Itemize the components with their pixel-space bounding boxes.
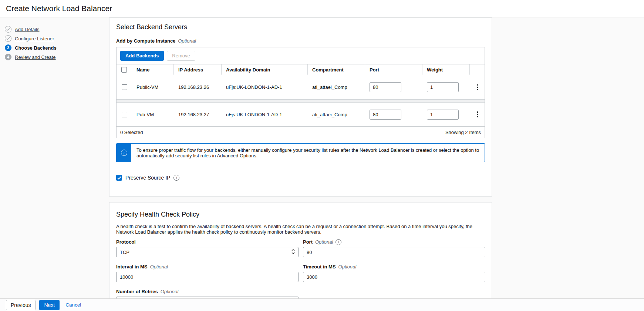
- kebab-menu-icon[interactable]: [475, 110, 479, 119]
- health-check-policy-card: Specify Health Check Policy A health che…: [109, 202, 492, 298]
- kebab-menu-icon[interactable]: [475, 83, 479, 92]
- page-header: Create Network Load Balancer: [0, 0, 644, 17]
- optional-label: Optional: [315, 239, 333, 245]
- column-header-port: Port: [365, 64, 422, 75]
- protocol-field: Protocol TCP: [116, 240, 299, 257]
- table-body: Public-VM 192.168.23.26 uFjs:UK-LONDON-1…: [117, 75, 485, 127]
- timeout-input[interactable]: [303, 272, 485, 282]
- preserve-source-ip-checkbox[interactable]: [116, 175, 122, 181]
- info-banner-icon: i: [121, 150, 127, 156]
- protocol-select[interactable]: TCP: [116, 247, 299, 257]
- section-title: Select Backend Servers: [116, 23, 484, 31]
- cell-ip: 192.168.23.26: [174, 84, 222, 90]
- step-add-details[interactable]: Add Details: [5, 26, 103, 33]
- step-review-and-create[interactable]: 4 Review and Create: [5, 53, 103, 61]
- add-by-label: Add by Compute Instance: [116, 38, 175, 44]
- select-backend-servers-card: Select Backend Servers Add by Compute In…: [109, 17, 492, 197]
- page-title: Create Network Load Balancer: [6, 4, 112, 13]
- step-label[interactable]: Review and Create: [15, 54, 56, 60]
- column-header-compartment: Compartment: [308, 64, 365, 75]
- next-button[interactable]: Next: [39, 300, 60, 310]
- optional-label: Optional: [161, 289, 178, 294]
- info-icon[interactable]: i: [173, 175, 179, 181]
- column-header-ad: Availability Domain: [222, 64, 308, 75]
- info-banner-text: To ensure proper traffic flow for your b…: [136, 147, 479, 158]
- cell-name: Pub-VM: [132, 112, 174, 117]
- showing-count: Showing 2 Items: [445, 130, 481, 135]
- cancel-link[interactable]: Cancel: [65, 302, 81, 308]
- main-region: Add Details Configure Listener 3 Choose …: [0, 17, 644, 298]
- selected-count: 0 Selected: [120, 130, 143, 135]
- timeout-field: Timeout in MS Optional: [303, 264, 485, 282]
- table-row: Public-VM 192.168.23.26 uFjs:UK-LONDON-1…: [117, 75, 485, 100]
- retries-label: Number of Retries: [116, 289, 158, 294]
- port-field: Port Optional i: [303, 240, 485, 257]
- remove-button[interactable]: Remove: [167, 51, 195, 61]
- cell-ad: uFjs:UK-LONDON-1-AD-1: [222, 84, 308, 90]
- backends-table: Add Backends Remove Name IP Address Avai…: [116, 47, 485, 138]
- select-all-cell: [117, 64, 132, 75]
- optional-label: Optional: [338, 264, 356, 270]
- step-label: Choose Backends: [15, 45, 57, 51]
- port-input[interactable]: [370, 110, 401, 120]
- optional-label: Optional: [150, 264, 168, 270]
- column-header-weight: Weight: [422, 64, 470, 75]
- step-upcoming-number-icon: 4: [5, 54, 11, 60]
- health-check-description: A health check is a test to confirm the …: [116, 224, 485, 235]
- cell-ad: uFjs:UK-LONDON-1-AD-1: [222, 112, 308, 117]
- protocol-label: Protocol: [116, 239, 136, 245]
- interval-input[interactable]: [116, 272, 299, 282]
- optional-label: Optional: [178, 38, 196, 44]
- preserve-source-ip-row: Preserve Source IP i: [116, 175, 484, 181]
- section-title: Specify Health Check Policy: [116, 211, 484, 218]
- add-by-compute-instance-label-row: Add by Compute Instance Optional: [116, 38, 484, 44]
- wizard-footer: Previous Next Cancel: [0, 298, 644, 311]
- step-label[interactable]: Configure Listener: [15, 36, 54, 41]
- backends-toolbar: Add Backends Remove: [117, 47, 485, 64]
- cell-compartment: ati_attaei_Comp: [308, 112, 365, 117]
- weight-input[interactable]: [427, 110, 459, 120]
- step-complete-check-icon: [5, 35, 11, 42]
- interval-label: Interval in MS: [116, 264, 148, 270]
- select-all-checkbox[interactable]: [121, 67, 127, 73]
- protocol-value: TCP: [120, 250, 129, 255]
- step-configure-listener[interactable]: Configure Listener: [5, 35, 103, 42]
- add-backends-button[interactable]: Add Backends: [120, 51, 164, 61]
- table-row: Pub-VM 192.168.23.27 uFjs:UK-LONDON-1-AD…: [117, 102, 485, 127]
- cell-ip: 192.168.23.27: [174, 112, 222, 117]
- create-nlb-wizard: Create Network Load Balancer Add Details…: [0, 0, 644, 311]
- cell-name: Public-VM: [132, 84, 174, 90]
- wizard-content: Select Backend Servers Add by Compute In…: [109, 17, 492, 298]
- health-check-fields: Protocol TCP Port Optional: [116, 240, 485, 298]
- step-choose-backends: 3 Choose Backends: [5, 44, 103, 51]
- step-label[interactable]: Add Details: [15, 27, 39, 32]
- port-label: Port: [303, 239, 313, 245]
- health-port-input[interactable]: [303, 247, 485, 257]
- port-input[interactable]: [370, 82, 401, 92]
- table-footer: 0 Selected Showing 2 Items: [117, 127, 485, 138]
- row-checkbox[interactable]: [122, 84, 127, 90]
- column-header-name: Name: [132, 64, 174, 75]
- info-banner: i To ensure proper traffic flow for your…: [116, 143, 485, 162]
- row-checkbox[interactable]: [122, 112, 127, 117]
- table-header-row: Name IP Address Availability Domain Comp…: [117, 64, 485, 75]
- preserve-source-ip-label: Preserve Source IP: [125, 175, 170, 181]
- timeout-label: Timeout in MS: [303, 264, 336, 270]
- column-header-ip: IP Address: [174, 64, 222, 75]
- previous-button[interactable]: Previous: [6, 300, 36, 310]
- weight-input[interactable]: [427, 82, 459, 92]
- column-header-actions: [470, 64, 485, 75]
- select-chevrons-icon: [291, 249, 295, 255]
- wizard-steps-sidebar: Add Details Configure Listener 3 Choose …: [0, 17, 109, 298]
- retries-field: Number of Retries Optional: [116, 289, 299, 298]
- info-icon[interactable]: i: [336, 239, 341, 245]
- interval-field: Interval in MS Optional: [116, 264, 299, 282]
- step-current-number-icon: 3: [5, 44, 11, 51]
- step-complete-check-icon: [5, 26, 11, 33]
- cell-compartment: ati_attaei_Comp: [308, 84, 365, 90]
